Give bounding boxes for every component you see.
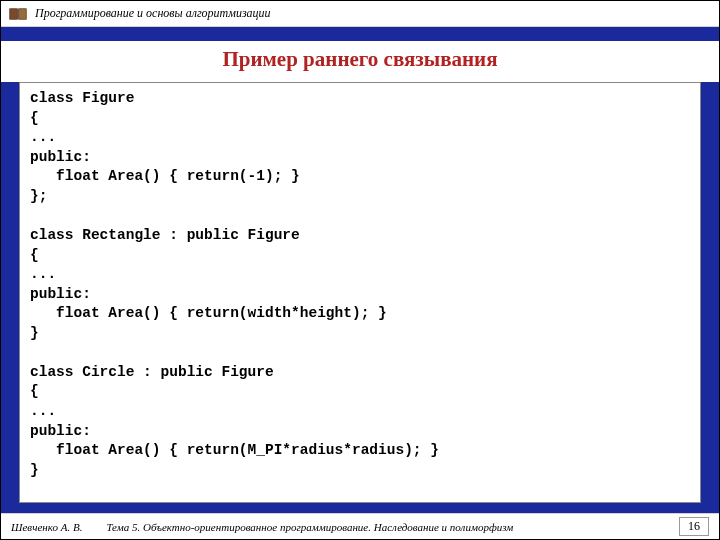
svg-rect-0: [10, 8, 18, 19]
slide-title: Пример раннего связывания: [222, 47, 497, 71]
book-icon: [9, 7, 27, 21]
footer-bar: Шевченко А. В. Тема 5. Объектно-ориентир…: [1, 513, 719, 539]
page-number: 16: [679, 517, 709, 536]
svg-rect-1: [19, 8, 27, 19]
title-area: Пример раннего связывания: [1, 41, 719, 82]
footer-topic: Тема 5. Объектно-ориентированное програм…: [106, 521, 679, 533]
code-box: class Figure { ... public: float Area() …: [19, 82, 701, 503]
footer-author: Шевченко А. В.: [11, 521, 82, 533]
course-title: Программирование и основы алгоритмизации: [35, 6, 271, 21]
accent-band: [1, 27, 719, 41]
slide-body: class Figure { ... public: float Area() …: [1, 82, 719, 513]
header-bar: Программирование и основы алгоритмизации: [1, 1, 719, 27]
slide: Программирование и основы алгоритмизации…: [0, 0, 720, 540]
